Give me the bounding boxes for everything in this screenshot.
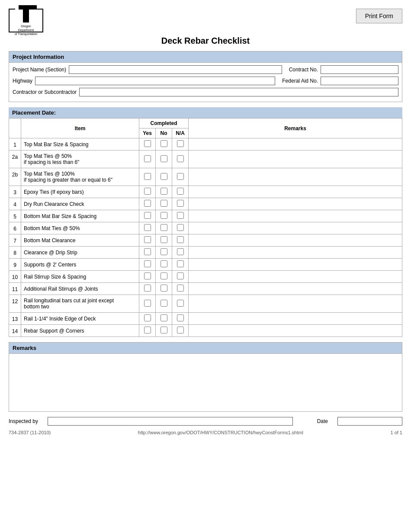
row-na-cell[interactable] — [172, 325, 189, 337]
yes-checkbox[interactable] — [144, 236, 151, 243]
federal-aid-input[interactable] — [321, 77, 398, 85]
row-no-cell[interactable] — [156, 210, 172, 222]
yes-checkbox[interactable] — [144, 224, 151, 231]
yes-checkbox[interactable] — [144, 272, 151, 279]
row-na-cell[interactable] — [172, 168, 189, 186]
row-na-cell[interactable] — [172, 283, 189, 295]
no-checkbox[interactable] — [161, 285, 167, 292]
row-no-cell[interactable] — [156, 138, 172, 151]
row-no-cell[interactable] — [156, 198, 172, 210]
no-checkbox[interactable] — [161, 260, 167, 267]
row-yes-cell[interactable] — [139, 283, 156, 295]
na-checkbox[interactable] — [177, 236, 184, 243]
no-checkbox[interactable] — [161, 300, 167, 307]
row-no-cell[interactable] — [156, 222, 172, 234]
print-button[interactable]: Print Form — [356, 9, 402, 23]
na-checkbox[interactable] — [177, 300, 184, 307]
project-name-input[interactable] — [69, 65, 282, 74]
row-na-cell[interactable] — [172, 151, 189, 168]
row-yes-cell[interactable] — [139, 168, 156, 186]
no-checkbox[interactable] — [161, 188, 167, 195]
no-checkbox[interactable] — [161, 224, 167, 231]
na-checkbox[interactable] — [177, 224, 184, 231]
row-na-cell[interactable] — [172, 198, 189, 210]
row-yes-cell[interactable] — [139, 259, 156, 271]
yes-checkbox[interactable] — [144, 300, 151, 307]
yes-checkbox[interactable] — [144, 188, 151, 195]
row-na-cell[interactable] — [172, 222, 189, 234]
row-na-cell[interactable] — [172, 259, 189, 271]
row-no-cell[interactable] — [156, 247, 172, 259]
row-no-cell[interactable] — [156, 313, 172, 325]
row-na-cell[interactable] — [172, 313, 189, 325]
row-na-cell[interactable] — [172, 210, 189, 222]
na-checkbox[interactable] — [177, 200, 184, 207]
row-na-cell[interactable] — [172, 186, 189, 198]
row-na-cell[interactable] — [172, 247, 189, 259]
yes-checkbox[interactable] — [144, 260, 151, 267]
date-input[interactable] — [337, 417, 402, 426]
na-checkbox[interactable] — [177, 155, 184, 162]
na-checkbox[interactable] — [177, 188, 184, 195]
row-yes-cell[interactable] — [139, 295, 156, 313]
yes-checkbox[interactable] — [144, 140, 151, 147]
na-checkbox[interactable] — [177, 173, 184, 180]
no-checkbox[interactable] — [161, 155, 167, 162]
row-no-cell[interactable] — [156, 168, 172, 186]
row-yes-cell[interactable] — [139, 151, 156, 168]
na-checkbox[interactable] — [177, 248, 184, 255]
yes-checkbox[interactable] — [144, 248, 151, 255]
row-no-cell[interactable] — [156, 295, 172, 313]
row-no-cell[interactable] — [156, 271, 172, 283]
row-no-cell[interactable] — [156, 259, 172, 271]
no-checkbox[interactable] — [161, 212, 167, 219]
yes-checkbox[interactable] — [144, 285, 151, 292]
row-yes-cell[interactable] — [139, 210, 156, 222]
no-checkbox[interactable] — [161, 200, 167, 207]
row-na-cell[interactable] — [172, 138, 189, 151]
no-checkbox[interactable] — [161, 327, 167, 333]
row-na-cell[interactable] — [172, 234, 189, 247]
yes-checkbox[interactable] — [144, 327, 151, 333]
row-number: 11 — [9, 283, 21, 295]
row-no-cell[interactable] — [156, 325, 172, 337]
na-checkbox[interactable] — [177, 285, 184, 292]
row-yes-cell[interactable] — [139, 138, 156, 151]
highway-input[interactable] — [35, 77, 275, 85]
row-na-cell[interactable] — [172, 295, 189, 313]
na-checkbox[interactable] — [177, 260, 184, 267]
row-yes-cell[interactable] — [139, 313, 156, 325]
row-yes-cell[interactable] — [139, 247, 156, 259]
row-yes-cell[interactable] — [139, 222, 156, 234]
row-no-cell[interactable] — [156, 186, 172, 198]
contractor-input[interactable] — [79, 88, 398, 96]
na-checkbox[interactable] — [177, 140, 184, 147]
inspected-by-input[interactable] — [48, 417, 293, 426]
na-checkbox[interactable] — [177, 327, 184, 333]
row-yes-cell[interactable] — [139, 325, 156, 337]
row-no-cell[interactable] — [156, 283, 172, 295]
no-checkbox[interactable] — [161, 173, 167, 180]
no-checkbox[interactable] — [161, 236, 167, 243]
na-checkbox[interactable] — [177, 212, 184, 219]
row-na-cell[interactable] — [172, 271, 189, 283]
row-yes-cell[interactable] — [139, 271, 156, 283]
row-yes-cell[interactable] — [139, 198, 156, 210]
yes-checkbox[interactable] — [144, 314, 151, 321]
yes-checkbox[interactable] — [144, 155, 151, 162]
no-checkbox[interactable] — [161, 248, 167, 255]
row-yes-cell[interactable] — [139, 234, 156, 247]
contract-no-input[interactable] — [321, 65, 398, 74]
no-checkbox[interactable] — [161, 314, 167, 321]
yes-checkbox[interactable] — [144, 200, 151, 207]
yes-checkbox[interactable] — [144, 173, 151, 180]
row-no-cell[interactable] — [156, 234, 172, 247]
yes-checkbox[interactable] — [144, 212, 151, 219]
remarks-textarea[interactable] — [9, 354, 402, 410]
no-checkbox[interactable] — [161, 140, 167, 147]
no-checkbox[interactable] — [161, 272, 167, 279]
na-checkbox[interactable] — [177, 272, 184, 279]
row-yes-cell[interactable] — [139, 186, 156, 198]
na-checkbox[interactable] — [177, 314, 184, 321]
row-no-cell[interactable] — [156, 151, 172, 168]
